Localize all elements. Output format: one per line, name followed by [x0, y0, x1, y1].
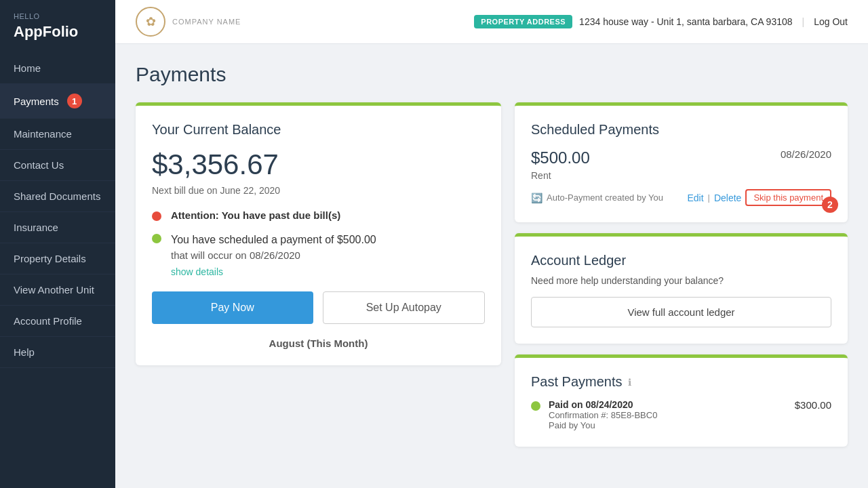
ledger-title: Account Ledger	[531, 253, 831, 268]
edit-link[interactable]: Edit	[687, 192, 703, 203]
sched-header: $500.00 08/26/2020	[531, 148, 831, 167]
sidebar-item-maintenance[interactable]: Maintenance	[0, 119, 115, 150]
month-label: August (This Month)	[152, 338, 485, 349]
view-ledger-button[interactable]: View full account ledger	[531, 297, 831, 327]
payment-buttons: Pay Now Set Up Autopay	[152, 291, 485, 324]
property-address-badge: PROPERTY ADDRESS	[474, 15, 572, 28]
main-content: ✿ COMPANY NAME PROPERTY ADDRESS 1234 hou…	[115, 0, 868, 488]
sched-amount: $500.00	[531, 148, 590, 167]
page-title: Payments	[136, 63, 848, 86]
action-sep: |	[708, 192, 710, 203]
sidebar-item-label: Property Details	[14, 253, 86, 264]
payments-badge: 1	[67, 94, 82, 108]
info-icon[interactable]: ℹ	[628, 377, 631, 388]
past-payment-info: Paid on 08/24/2020 Confirmation #: 85E8-…	[549, 399, 787, 430]
company-name: COMPANY NAME	[172, 18, 241, 26]
sidebar: HELLO AppFolio Home Payments 1 Maintenan…	[0, 0, 115, 488]
sched-actions: Edit | Delete Skip this payment 2	[687, 189, 831, 206]
sidebar-item-property-details[interactable]: Property Details	[0, 243, 115, 274]
skip-badge: 2	[822, 197, 838, 213]
sidebar-item-payments[interactable]: Payments 1	[0, 84, 115, 119]
header-right: PROPERTY ADDRESS 1234 house way - Unit 1…	[474, 15, 848, 28]
past-payments-title: Past Payments	[531, 374, 623, 390]
skip-wrapper: Skip this payment 2	[745, 189, 831, 206]
past-payment-confirmation: Confirmation #: 85E8-BBC0	[549, 410, 787, 420]
sidebar-item-insurance[interactable]: Insurance	[0, 212, 115, 243]
scheduled-payments-title: Scheduled Payments	[531, 122, 831, 138]
sidebar-item-label: View Another Unit	[14, 284, 94, 296]
sidebar-item-label: Maintenance	[14, 128, 72, 140]
set-up-autopay-button[interactable]: Set Up Autopay	[323, 291, 486, 324]
sidebar-item-shared-documents[interactable]: Shared Documents	[0, 181, 115, 212]
ledger-description: Need more help understanding your balanc…	[531, 275, 831, 286]
sidebar-item-account-profile[interactable]: Account Profile	[0, 306, 115, 337]
past-title-row: Past Payments ℹ	[531, 374, 831, 390]
sched-date: 08/26/2020	[781, 148, 831, 160]
sidebar-item-help[interactable]: Help	[0, 337, 115, 368]
logout-button[interactable]: Log Out	[814, 16, 848, 27]
header-divider: |	[802, 16, 805, 27]
balance-amount: $3,356.67	[152, 148, 485, 181]
pay-now-button[interactable]: Pay Now	[152, 291, 313, 324]
past-payment-paid-by: Paid by You	[549, 420, 787, 430]
scheduled-info: You have scheduled a payment of $500.00 …	[171, 232, 376, 278]
past-payment-row: Paid on 08/24/2020 Confirmation #: 85E8-…	[531, 399, 831, 430]
past-payments-card: Past Payments ℹ Paid on 08/24/2020 Confi…	[515, 354, 848, 447]
sidebar-item-label: Account Profile	[14, 315, 82, 327]
page-content: Payments Your Current Balance $3,356.67 …	[115, 44, 868, 488]
scheduled-payments-card: Scheduled Payments $500.00 08/26/2020 Re…	[515, 102, 848, 222]
scheduled-text: You have scheduled a payment of $500.00	[171, 232, 376, 248]
past-payment-amount: $300.00	[795, 399, 831, 411]
sched-footer: 🔄 Auto-Payment created by You Edit | Del…	[531, 189, 831, 206]
property-address-text: 1234 house way - Unit 1, santa barbara, …	[579, 16, 792, 27]
account-ledger-card: Account Ledger Need more help understand…	[515, 233, 848, 344]
sidebar-hello: HELLO	[0, 0, 115, 23]
balance-card-title: Your Current Balance	[152, 122, 485, 138]
cards-row: Your Current Balance $3,356.67 Next bill…	[136, 102, 848, 447]
past-payment-date: Paid on 08/24/2020	[549, 399, 787, 410]
past-payment-dot	[531, 401, 540, 411]
sidebar-item-view-another-unit[interactable]: View Another Unit	[0, 274, 115, 306]
sidebar-item-contact-us[interactable]: Contact Us	[0, 150, 115, 181]
scheduled-row: You have scheduled a payment of $500.00 …	[152, 232, 485, 278]
sidebar-item-label: Help	[14, 346, 35, 358]
alert-dot	[152, 211, 161, 221]
logo-area: ✿ COMPANY NAME	[136, 7, 241, 37]
sched-autopay-label: 🔄 Auto-Payment created by You	[531, 192, 663, 203]
balance-due-date: Next bill due on June 22, 2020	[152, 185, 485, 196]
show-details-link[interactable]: show details	[171, 266, 223, 277]
refresh-icon: 🔄	[531, 192, 542, 203]
sidebar-item-label: Contact Us	[14, 159, 64, 171]
header: ✿ COMPANY NAME PROPERTY ADDRESS 1234 hou…	[115, 0, 868, 44]
alert-row: Attention: You have past due bill(s)	[152, 209, 485, 221]
delete-link[interactable]: Delete	[714, 192, 741, 203]
scheduled-subtext: that will occur on 08/26/2020	[171, 248, 376, 264]
sched-type: Rent	[531, 170, 831, 181]
alert-text: Attention: You have past due bill(s)	[171, 209, 340, 221]
sidebar-item-label: Payments	[14, 96, 59, 107]
sidebar-item-label: Home	[14, 62, 41, 74]
sidebar-item-label: Shared Documents	[14, 190, 100, 202]
right-cards: Scheduled Payments $500.00 08/26/2020 Re…	[515, 102, 848, 447]
scheduled-dot	[152, 234, 161, 243]
balance-card: Your Current Balance $3,356.67 Next bill…	[136, 102, 501, 365]
logo-icon: ✿	[136, 7, 165, 37]
sidebar-item-home[interactable]: Home	[0, 53, 115, 84]
skip-payment-button[interactable]: Skip this payment	[745, 189, 831, 206]
sidebar-item-label: Insurance	[14, 222, 58, 233]
autopay-label: Auto-Payment created by You	[547, 192, 663, 203]
sidebar-appname: AppFolio	[0, 23, 115, 53]
